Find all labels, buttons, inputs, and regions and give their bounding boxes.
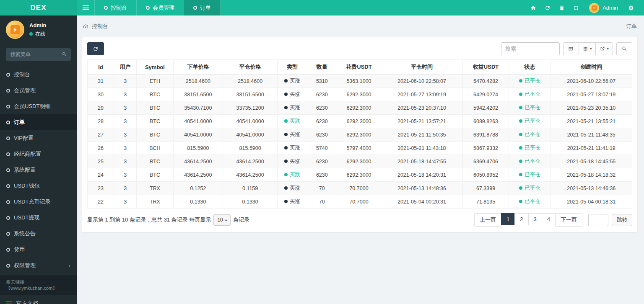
column-header[interactable]: 平仓价格 xyxy=(223,60,278,75)
cell-status: 已平仓 xyxy=(509,115,551,128)
column-header[interactable]: 收益USDT xyxy=(462,60,509,75)
circle-icon xyxy=(6,121,10,124)
table-row: 25 3 BTC 43614.2500 43614.2500 买涨 6230 6… xyxy=(88,155,632,168)
cell-user: 3 xyxy=(114,128,137,142)
cell-close-price: 2518.4600 xyxy=(223,75,278,88)
user-menu[interactable]: Admin xyxy=(585,3,622,13)
sidebar-link-label: 官方文档 xyxy=(16,300,38,304)
page-size-dropdown[interactable]: 10 ▴ xyxy=(213,214,231,226)
page-2[interactable]: 2 xyxy=(515,213,528,227)
column-header[interactable]: 用户 xyxy=(114,60,137,75)
settings-button[interactable] xyxy=(624,0,638,15)
cell-order-price: 0.1330 xyxy=(173,195,223,209)
trash-button[interactable] xyxy=(555,0,569,15)
export-button[interactable]: ▾ xyxy=(595,42,613,55)
page-prev[interactable]: 上一页 xyxy=(474,213,501,227)
cell-symbol: TRX xyxy=(137,195,174,209)
column-header[interactable]: 类型 xyxy=(278,60,307,75)
home-button[interactable] xyxy=(526,0,540,15)
type-dot-icon xyxy=(284,160,288,163)
type-dot-icon xyxy=(284,146,288,149)
refresh-button[interactable] xyxy=(87,42,104,55)
toggle-view-button[interactable] xyxy=(563,42,579,55)
sidebar-search-input[interactable] xyxy=(6,48,71,61)
cell-created-time: 2021-06-10 22:56:07 xyxy=(551,75,632,88)
cell-id: 31 xyxy=(88,75,114,88)
sidebar-toggle-button[interactable] xyxy=(77,0,94,15)
table-search-input[interactable] xyxy=(501,42,560,55)
jump-button[interactable]: 跳转 xyxy=(612,214,632,226)
column-header[interactable]: 下单价格 xyxy=(173,60,223,75)
sidebar-item-usdt-deposit-records[interactable]: USDT充币记录 xyxy=(0,194,77,210)
column-header[interactable]: 花费USDT xyxy=(337,60,381,75)
cell-status: 已平仓 xyxy=(509,101,551,115)
sidebar-item-usdt-withdraw[interactable]: USDT提现 xyxy=(0,210,77,226)
cell-user: 3 xyxy=(114,75,137,88)
cell-profit-usdt: 6391.8788 xyxy=(462,128,509,142)
nav-tab-dashboard[interactable]: 控制台 xyxy=(94,0,136,15)
sidebar-item-label: 会员USDT明细 xyxy=(14,103,70,110)
sidebar-item-label: USDT提现 xyxy=(14,214,70,222)
refresh-icon xyxy=(545,5,551,11)
avatar xyxy=(589,3,599,13)
type-dot-icon xyxy=(284,133,288,136)
cell-cost-usdt: 5363.1000 xyxy=(337,75,381,88)
search-button[interactable] xyxy=(616,42,632,55)
refresh-button[interactable] xyxy=(540,0,555,15)
sidebar-user-name: Admin xyxy=(29,22,46,28)
table-row: 23 3 TRX 0.1252 0.1159 买涨 70 70.7000 202… xyxy=(88,182,632,195)
cell-symbol: TRX xyxy=(137,182,174,195)
column-header[interactable]: 状态 xyxy=(509,60,551,75)
sidebar-item-currency[interactable]: 货币 xyxy=(0,242,77,258)
type-dot-icon xyxy=(284,186,288,190)
cell-id: 22 xyxy=(88,195,114,209)
sidebar-item-system-announcement[interactable]: 系统公告 xyxy=(0,226,77,242)
sidebar-item-broker-config[interactable]: 经纪商配置 xyxy=(0,146,77,162)
sidebar-item-member-usdt-detail[interactable]: 会员USDT明细 xyxy=(0,98,77,114)
breadcrumb-current[interactable]: 控制台 xyxy=(92,23,108,30)
column-header[interactable]: Symbol xyxy=(137,60,174,75)
sidebar-item-dashboard[interactable]: 控制台 xyxy=(0,67,77,82)
cell-order-price: 35430.7100 xyxy=(173,101,223,115)
sidebar-item-permissions[interactable]: 权限管理 ‹ xyxy=(0,258,77,273)
table-row: 29 3 BTC 35430.7100 33735.1200 买涨 6230 6… xyxy=(88,101,632,115)
summary-prefix: 显示第 1 到第 10 条记录，总共 31 条记录 每页显示 xyxy=(87,216,211,224)
sidebar-link-official-docs[interactable]: 官方文档 xyxy=(0,295,77,304)
columns-button[interactable]: ▾ xyxy=(579,42,596,55)
sidebar-item-members[interactable]: 会员管理 xyxy=(0,82,77,98)
page-4[interactable]: 4 xyxy=(542,213,556,227)
column-header[interactable]: 数量 xyxy=(307,60,337,75)
nav-tab-members[interactable]: 会员管理 xyxy=(136,0,184,15)
column-header[interactable]: 平仓时间 xyxy=(381,60,462,75)
orders-card: ▾ ▾ Id用户Symbol下单价格平仓价格类型数量花费USDT平仓时间收益US… xyxy=(82,37,637,232)
page-1[interactable]: 1 xyxy=(501,213,515,227)
cell-quantity: 6230 xyxy=(307,155,337,168)
circle-icon xyxy=(6,137,10,140)
expand-button[interactable] xyxy=(569,0,583,15)
sidebar-item-orders[interactable]: 订单 xyxy=(0,114,77,130)
column-header[interactable]: 创建时间 xyxy=(551,60,632,75)
cell-status: 已平仓 xyxy=(509,155,551,168)
caret-up-icon: ▴ xyxy=(225,218,227,222)
status-dot-icon xyxy=(519,173,522,176)
cell-profit-usdt: 5942.4202 xyxy=(462,101,509,115)
sidebar-item-system-config[interactable]: 系统配置 xyxy=(0,162,77,178)
sidebar-item-usdt-wallet[interactable]: USDT钱包 xyxy=(0,178,77,194)
cell-close-time: 2021-05-27 13:09:19 xyxy=(381,88,462,101)
page-3[interactable]: 3 xyxy=(529,213,542,227)
circle-icon xyxy=(6,184,10,188)
cell-created-time: 2021-05-18 14:45:55 xyxy=(551,155,632,168)
sidebar-item-vip-config[interactable]: VIP配置 xyxy=(0,130,77,146)
cell-type: 买涨 xyxy=(278,195,307,209)
cell-user: 3 xyxy=(114,155,137,168)
cell-symbol: BTC xyxy=(137,128,174,142)
nav-tab-orders[interactable]: 订单 xyxy=(184,0,221,15)
circle-icon xyxy=(6,152,10,156)
table-row: 26 3 BCH 815.5900 815.5900 买涨 5740 5797.… xyxy=(88,142,632,155)
cell-close-price: 0.1330 xyxy=(223,195,278,209)
cell-user: 3 xyxy=(114,168,137,182)
page-next[interactable]: 下一页 xyxy=(556,213,582,227)
cell-symbol: BTC xyxy=(137,88,174,101)
column-header[interactable]: Id xyxy=(88,60,114,75)
jump-page-input[interactable] xyxy=(588,214,608,226)
